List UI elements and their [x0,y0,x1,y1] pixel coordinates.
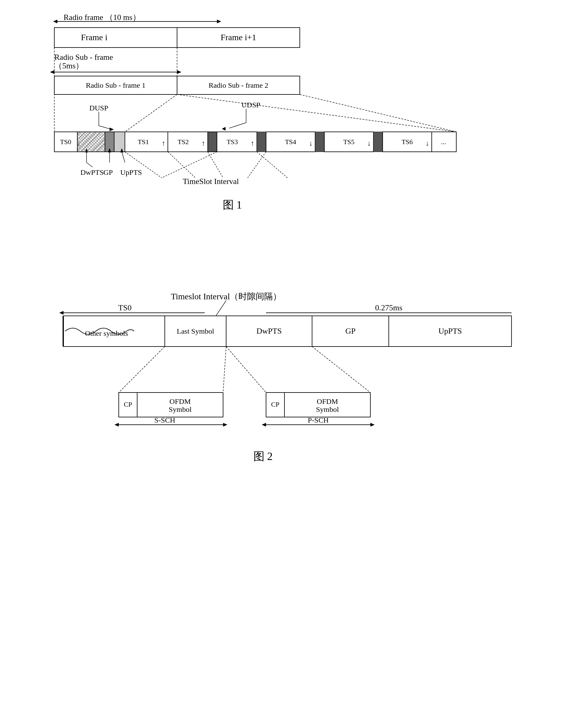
svg-line-44 [162,152,217,178]
svg-marker-83 [223,423,227,427]
svg-line-45 [257,152,287,178]
svg-line-11 [99,126,110,129]
svg-rect-34 [373,132,383,152]
svg-marker-87 [262,423,266,427]
svg-rect-28 [257,132,266,152]
svg-text:...: ... [441,138,446,146]
timeslot-interval-label2: Timeslot Interval（时隙间隔） [171,292,281,301]
sub-frame-2-label: Radio Sub - frame 2 [208,81,268,89]
timeslot-interval-label: TimeSlot Interval [183,177,239,186]
svg-line-42 [177,94,456,132]
svg-text:↑: ↑ [202,139,205,147]
figure2-section: Timeslot Interval（时隙间隔） TS0 0.275ms Othe… [33,288,555,504]
dwpts-label: DwPTS [80,168,104,176]
frame-i1-label: Frame i+1 [220,32,256,42]
p-sch-label: P-SCH [307,416,328,424]
svg-text:↑: ↑ [162,139,165,147]
figure2-svg: Timeslot Interval（时隙间隔） TS0 0.275ms Othe… [33,288,555,503]
svg-line-77 [226,346,266,392]
frame-i-label: Frame i [81,32,108,42]
svg-marker-1 [53,20,57,23]
svg-rect-25 [208,132,217,152]
last-symbol-label: Last Symbol [177,327,214,335]
svg-rect-31 [315,132,324,152]
svg-marker-2 [217,20,221,23]
sub-frame-label2: （5ms） [54,61,84,70]
ts0-header: TS0 [118,303,131,312]
svg-rect-62 [77,132,105,152]
ts4-label: TS4 [285,138,296,146]
ofdm-symbol-label2: OFDM [317,397,338,405]
svg-text:↓: ↓ [426,139,429,147]
sub-frame-label1: Radio Sub - frame [54,53,113,62]
ts3-label: TS3 [227,138,238,146]
svg-line-41 [125,94,177,132]
svg-line-55 [122,152,125,163]
gp-label2: GP [345,326,355,336]
dwpts-label2: DwPTS [256,326,281,336]
figure2-caption: 图 2 [253,450,273,462]
time-label: 0.275ms [375,303,402,312]
svg-line-43 [300,94,456,132]
svg-marker-12 [110,127,114,131]
uppts-label: UpPTS [120,168,142,176]
svg-text:↓: ↓ [309,139,313,147]
ofdm-symbol-label1: OFDM [169,397,191,405]
uppts-label2: UpPTS [438,326,462,336]
svg-marker-6 [50,70,54,74]
figure1-svg: Radio frame （10 ms） Frame i Frame i+1 Ra… [33,12,555,288]
gp-label: GP [103,168,113,176]
svg-line-14 [229,123,246,128]
ts5-label: TS5 [343,138,354,146]
svg-text:↓: ↓ [367,139,371,147]
svg-line-78 [312,346,370,392]
svg-line-48 [208,152,223,178]
svg-marker-88 [370,423,375,427]
svg-marker-7 [177,70,181,74]
dusp-label: DUSP [89,104,108,112]
radio-frame-label: Radio frame （10 ms） [64,13,141,22]
other-symbols-label: Other symbols [85,329,128,337]
s-sch-label: S-SCH [154,416,175,424]
svg-rect-3 [54,28,177,48]
svg-text:↑: ↑ [251,139,254,147]
figure1-caption: 图 1 [222,199,242,211]
svg-rect-20 [114,132,125,152]
cp-label1: CP [124,401,132,408]
ofdm-symbol-label1b: Symbol [168,405,191,413]
svg-marker-15 [222,127,226,131]
ofdm-symbol-label2b: Symbol [316,405,339,413]
ts6-label: TS6 [401,138,413,146]
sub-frame-1-label: Radio Sub - frame 1 [86,81,145,89]
figure1-diagram: Radio frame （10 ms） Frame i Frame i+1 Ra… [33,12,555,288]
ts1-label: TS1 [138,138,149,146]
udsp-label: UDSP [241,101,260,109]
svg-line-52 [87,163,93,167]
ts0-label: TS0 [60,138,71,146]
svg-marker-68 [59,311,64,315]
svg-marker-82 [114,423,119,427]
svg-line-76 [223,346,226,392]
svg-line-49 [248,152,266,178]
cp-label2: CP [271,401,279,408]
svg-line-75 [119,346,165,392]
ts2-label: TS2 [178,138,189,146]
svg-line-47 [168,152,195,178]
